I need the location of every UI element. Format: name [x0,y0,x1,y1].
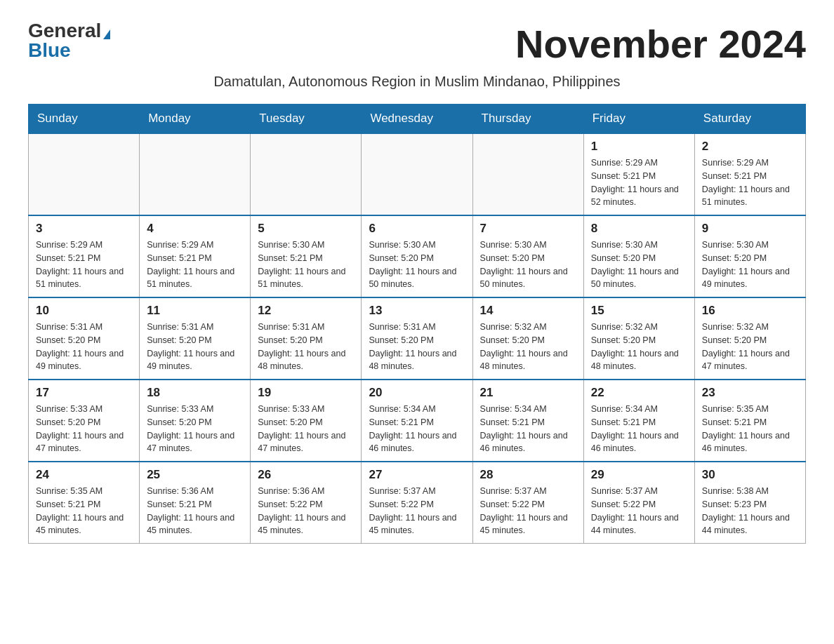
day-number: 5 [258,222,354,236]
calendar-cell: 28Sunrise: 5:37 AMSunset: 5:22 PMDayligh… [472,462,583,544]
day-sun-info: Sunrise: 5:36 AMSunset: 5:21 PMDaylight:… [147,485,243,537]
calendar-cell: 16Sunrise: 5:32 AMSunset: 5:20 PMDayligh… [694,297,805,380]
calendar-cell: 25Sunrise: 5:36 AMSunset: 5:21 PMDayligh… [140,462,251,544]
day-sun-info: Sunrise: 5:31 AMSunset: 5:20 PMDaylight:… [369,321,465,373]
day-sun-info: Sunrise: 5:33 AMSunset: 5:20 PMDaylight:… [258,403,354,455]
calendar-cell: 26Sunrise: 5:36 AMSunset: 5:22 PMDayligh… [251,462,362,544]
day-sun-info: Sunrise: 5:35 AMSunset: 5:21 PMDaylight:… [36,485,132,537]
day-sun-info: Sunrise: 5:30 AMSunset: 5:20 PMDaylight:… [702,239,798,291]
calendar-table: SundayMondayTuesdayWednesdayThursdayFrid… [28,104,806,544]
day-sun-info: Sunrise: 5:38 AMSunset: 5:23 PMDaylight:… [702,485,798,537]
calendar-cell: 21Sunrise: 5:34 AMSunset: 5:21 PMDayligh… [472,380,583,462]
logo-general-text: General [28,20,101,41]
calendar-cell: 3Sunrise: 5:29 AMSunset: 5:21 PMDaylight… [29,215,140,297]
day-number: 15 [591,304,687,318]
day-header-friday: Friday [583,105,694,134]
day-number: 11 [147,304,243,318]
calendar-cell: 9Sunrise: 5:30 AMSunset: 5:20 PMDaylight… [694,215,805,297]
day-number: 16 [702,304,798,318]
calendar-cell: 7Sunrise: 5:30 AMSunset: 5:20 PMDaylight… [472,215,583,297]
week-row-0: 1Sunrise: 5:29 AMSunset: 5:21 PMDaylight… [29,133,806,215]
calendar-cell: 2Sunrise: 5:29 AMSunset: 5:21 PMDaylight… [694,133,805,215]
day-number: 25 [147,468,243,482]
calendar-cell: 24Sunrise: 5:35 AMSunset: 5:21 PMDayligh… [29,462,140,544]
calendar-cell: 10Sunrise: 5:31 AMSunset: 5:20 PMDayligh… [29,297,140,380]
day-number: 19 [258,386,354,400]
calendar-cell: 19Sunrise: 5:33 AMSunset: 5:20 PMDayligh… [251,380,362,462]
calendar-cell: 14Sunrise: 5:32 AMSunset: 5:20 PMDayligh… [472,297,583,380]
day-header-tuesday: Tuesday [251,105,362,134]
week-row-1: 3Sunrise: 5:29 AMSunset: 5:21 PMDaylight… [29,215,806,297]
day-number: 14 [480,304,576,318]
calendar-cell [472,133,583,215]
day-sun-info: Sunrise: 5:29 AMSunset: 5:21 PMDaylight:… [36,239,132,291]
week-row-3: 17Sunrise: 5:33 AMSunset: 5:20 PMDayligh… [29,380,806,462]
calendar-cell: 8Sunrise: 5:30 AMSunset: 5:20 PMDaylight… [583,215,694,297]
day-number: 9 [702,222,798,236]
calendar-cell: 4Sunrise: 5:29 AMSunset: 5:21 PMDaylight… [140,215,251,297]
header-top: General Blue November 2024 [28,21,806,67]
calendar-cell: 11Sunrise: 5:31 AMSunset: 5:20 PMDayligh… [140,297,251,380]
day-number: 29 [591,468,687,482]
day-number: 23 [702,386,798,400]
day-sun-info: Sunrise: 5:30 AMSunset: 5:20 PMDaylight:… [591,239,687,291]
calendar-cell: 27Sunrise: 5:37 AMSunset: 5:22 PMDayligh… [362,462,472,544]
day-number: 1 [591,140,687,154]
calendar-cell: 1Sunrise: 5:29 AMSunset: 5:21 PMDaylight… [583,133,694,215]
logo: General Blue [28,21,110,60]
day-sun-info: Sunrise: 5:36 AMSunset: 5:22 PMDaylight:… [258,485,354,537]
day-number: 7 [480,222,576,236]
calendar-cell: 22Sunrise: 5:34 AMSunset: 5:21 PMDayligh… [583,380,694,462]
day-number: 21 [480,386,576,400]
calendar-cell: 20Sunrise: 5:34 AMSunset: 5:21 PMDayligh… [362,380,472,462]
calendar-cell: 23Sunrise: 5:35 AMSunset: 5:21 PMDayligh… [694,380,805,462]
day-header-sunday: Sunday [29,105,140,134]
day-number: 28 [480,468,576,482]
day-number: 27 [369,468,465,482]
day-number: 26 [258,468,354,482]
month-year-title: November 2024 [515,21,806,67]
calendar-cell: 12Sunrise: 5:31 AMSunset: 5:20 PMDayligh… [251,297,362,380]
day-sun-info: Sunrise: 5:34 AMSunset: 5:21 PMDaylight:… [480,403,576,455]
day-number: 10 [36,304,132,318]
day-number: 8 [591,222,687,236]
day-number: 2 [702,140,798,154]
calendar-cell: 17Sunrise: 5:33 AMSunset: 5:20 PMDayligh… [29,380,140,462]
day-sun-info: Sunrise: 5:37 AMSunset: 5:22 PMDaylight:… [369,485,465,537]
logo-line1: General [28,21,110,41]
calendar-cell: 30Sunrise: 5:38 AMSunset: 5:23 PMDayligh… [694,462,805,544]
calendar-cell [251,133,362,215]
calendar-cell: 13Sunrise: 5:31 AMSunset: 5:20 PMDayligh… [362,297,472,380]
calendar-cell [362,133,472,215]
week-row-4: 24Sunrise: 5:35 AMSunset: 5:21 PMDayligh… [29,462,806,544]
calendar-cell: 29Sunrise: 5:37 AMSunset: 5:22 PMDayligh… [583,462,694,544]
day-sun-info: Sunrise: 5:33 AMSunset: 5:20 PMDaylight:… [36,403,132,455]
calendar-subtitle: Damatulan, Autonomous Region in Muslim M… [28,74,806,90]
logo-triangle-icon [103,29,110,39]
day-number: 24 [36,468,132,482]
day-sun-info: Sunrise: 5:34 AMSunset: 5:21 PMDaylight:… [591,403,687,455]
calendar-header: SundayMondayTuesdayWednesdayThursdayFrid… [29,105,806,134]
day-sun-info: Sunrise: 5:32 AMSunset: 5:20 PMDaylight:… [591,321,687,373]
day-header-saturday: Saturday [694,105,805,134]
calendar-cell: 18Sunrise: 5:33 AMSunset: 5:20 PMDayligh… [140,380,251,462]
day-number: 17 [36,386,132,400]
day-header-thursday: Thursday [472,105,583,134]
day-sun-info: Sunrise: 5:29 AMSunset: 5:21 PMDaylight:… [591,156,687,209]
day-sun-info: Sunrise: 5:31 AMSunset: 5:20 PMDaylight:… [147,321,243,373]
day-sun-info: Sunrise: 5:32 AMSunset: 5:20 PMDaylight:… [480,321,576,373]
day-sun-info: Sunrise: 5:31 AMSunset: 5:20 PMDaylight:… [36,321,132,373]
logo-line2: Blue [28,41,71,60]
day-header-monday: Monday [140,105,251,134]
day-number: 3 [36,222,132,236]
day-sun-info: Sunrise: 5:33 AMSunset: 5:20 PMDaylight:… [147,403,243,455]
day-number: 13 [369,304,465,318]
day-number: 6 [369,222,465,236]
calendar-cell: 15Sunrise: 5:32 AMSunset: 5:20 PMDayligh… [583,297,694,380]
calendar-body: 1Sunrise: 5:29 AMSunset: 5:21 PMDaylight… [29,133,806,544]
day-sun-info: Sunrise: 5:31 AMSunset: 5:20 PMDaylight:… [258,321,354,373]
day-number: 30 [702,468,798,482]
calendar-cell: 5Sunrise: 5:30 AMSunset: 5:21 PMDaylight… [251,215,362,297]
day-sun-info: Sunrise: 5:30 AMSunset: 5:20 PMDaylight:… [369,239,465,291]
day-sun-info: Sunrise: 5:34 AMSunset: 5:21 PMDaylight:… [369,403,465,455]
